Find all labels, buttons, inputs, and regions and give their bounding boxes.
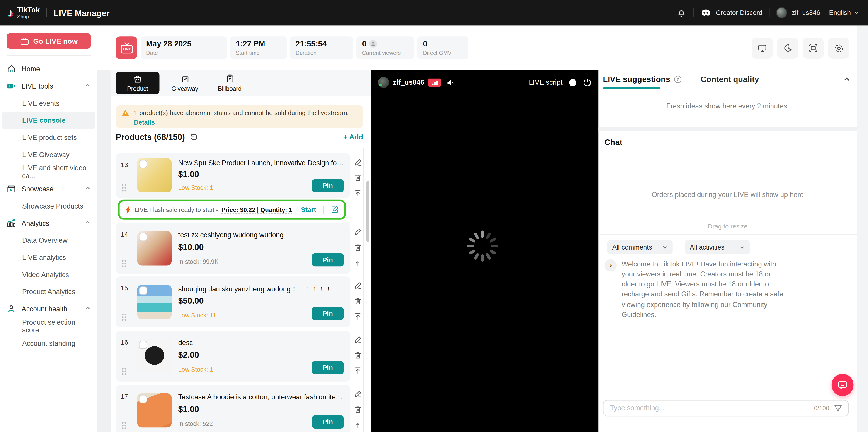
pin-button[interactable]: Pin: [312, 361, 344, 374]
go-live-button[interactable]: Go LIVE now: [7, 33, 91, 49]
sidebar-item-home[interactable]: Home: [0, 60, 97, 77]
chat-bubble-smile-icon: [837, 379, 848, 391]
product-checkbox[interactable]: [139, 395, 147, 403]
move-to-top-icon[interactable]: [353, 421, 362, 429]
page-scrollbar-track[interactable]: [857, 25, 868, 432]
tab-billboard[interactable]: Billboard: [210, 72, 249, 94]
sidebar-item-live-console[interactable]: LIVE console: [2, 112, 95, 129]
product-actions-rail: [353, 228, 362, 267]
sidebar-item-live-analytics[interactable]: LIVE analytics: [0, 249, 97, 266]
product-price: $10.00: [178, 242, 204, 252]
flash-sale-start-button[interactable]: Start: [301, 206, 316, 213]
live-script-toggle[interactable]: [569, 79, 576, 86]
muted-speaker-icon[interactable]: [446, 78, 455, 87]
sidebar-item-account-health[interactable]: Account health: [0, 300, 97, 318]
tab-product[interactable]: Product: [116, 72, 159, 94]
drag-to-resize-handle[interactable]: Drag to resize: [598, 223, 857, 229]
product-checkbox[interactable]: [139, 287, 147, 295]
delete-icon[interactable]: [353, 405, 362, 414]
user-avatar[interactable]: [776, 7, 787, 18]
fullscreen-button[interactable]: [803, 38, 824, 59]
product-index: 15: [121, 284, 128, 292]
delete-icon[interactable]: [353, 174, 362, 182]
help-circle-icon[interactable]: ?: [674, 75, 682, 83]
product-list-scrollbar[interactable]: [367, 181, 369, 242]
product-stock: Low Stock: 11: [178, 312, 216, 319]
tab-giveaway[interactable]: Giveaway: [165, 72, 204, 94]
tab-content-quality[interactable]: Content quality: [701, 75, 759, 84]
drag-handle-icon[interactable]: [122, 313, 123, 315]
delete-icon[interactable]: [353, 243, 362, 252]
chevron-down-icon[interactable]: [854, 8, 859, 18]
sidebar-item-live-short-video[interactable]: LIVE and short video ca...: [0, 163, 97, 180]
drag-handle-icon[interactable]: [122, 184, 123, 186]
creator-discord-link[interactable]: Creator Discord: [716, 9, 763, 16]
move-to-top-icon[interactable]: [353, 367, 362, 375]
drag-handle-icon[interactable]: [122, 260, 123, 262]
move-to-top-icon[interactable]: [353, 189, 362, 197]
sidebar-item-product-analytics[interactable]: Product Analytics: [0, 283, 97, 300]
pin-button[interactable]: Pin: [312, 415, 344, 429]
edit-icon[interactable]: [353, 281, 362, 290]
edit-icon[interactable]: [353, 390, 362, 398]
chat-input[interactable]: [609, 404, 809, 412]
product-price: $1.00: [178, 169, 199, 179]
drag-handle-icon[interactable]: [122, 422, 123, 424]
product-checkbox[interactable]: [139, 160, 147, 168]
comments-filter-dropdown[interactable]: All comments: [608, 240, 673, 255]
discord-icon[interactable]: [700, 9, 711, 17]
sidebar: Go LIVE now Home LIVE tools LIVE events …: [0, 25, 97, 432]
sidebar-item-showcase-products[interactable]: Showcase Products: [0, 197, 97, 214]
sidebar-item-live-events[interactable]: LIVE events: [0, 95, 97, 112]
activities-filter-dropdown[interactable]: All activities: [685, 240, 750, 255]
pin-button[interactable]: Pin: [312, 253, 344, 267]
live-tv-icon: LIVE: [119, 41, 134, 55]
move-to-top-icon[interactable]: [353, 312, 362, 321]
pin-button[interactable]: Pin: [312, 307, 344, 320]
support-chat-button[interactable]: [832, 374, 854, 396]
notification-bell-icon[interactable]: [677, 8, 686, 18]
refresh-icon[interactable]: [190, 133, 198, 141]
product-checkbox[interactable]: [139, 341, 147, 349]
language-selector[interactable]: English: [829, 9, 851, 16]
sidebar-item-analytics[interactable]: Analytics: [0, 214, 97, 232]
delete-icon[interactable]: [353, 351, 362, 360]
product-index: 17: [121, 393, 128, 400]
edit-flash-sale-icon[interactable]: [331, 206, 339, 213]
edit-icon[interactable]: [353, 228, 362, 236]
tab-live-suggestions[interactable]: LIVE suggestions ?: [603, 75, 682, 84]
delete-icon[interactable]: [353, 297, 362, 305]
page-title: LIVE Manager: [54, 8, 110, 18]
add-product-button[interactable]: + Add: [343, 133, 363, 141]
move-to-top-icon[interactable]: [353, 259, 362, 267]
sidebar-item-live-tools[interactable]: LIVE tools: [0, 77, 97, 95]
pin-button[interactable]: Pin: [312, 179, 344, 193]
sidebar-item-live-giveaway[interactable]: LIVE Giveaway: [0, 146, 97, 163]
flash-sale-detail[interactable]: Price: $0.22 | Quantity: 1: [221, 206, 292, 213]
warning-text: 1 product(s) have abnormal status and ca…: [134, 109, 349, 116]
drag-handle-icon[interactable]: [122, 368, 123, 369]
edit-icon[interactable]: [353, 158, 362, 167]
char-counter: 0/100: [814, 405, 829, 411]
product-index: 13: [121, 161, 128, 169]
dark-mode-button[interactable]: [777, 38, 798, 59]
edit-icon[interactable]: [353, 336, 362, 344]
warning-details-link[interactable]: Details: [134, 119, 155, 125]
username[interactable]: zlf_us846: [792, 9, 820, 16]
collapse-panel-icon[interactable]: [843, 75, 850, 82]
sidebar-item-account-standing[interactable]: Account standing: [0, 335, 97, 352]
send-icon[interactable]: [834, 404, 843, 412]
product-checkbox[interactable]: [139, 233, 147, 241]
sidebar-item-product-selection-score[interactable]: Product selection score: [0, 318, 97, 335]
welcome-text: Welcome to TikTok LIVE! Have fun interac…: [622, 260, 783, 320]
display-mode-button[interactable]: [752, 38, 773, 59]
power-icon[interactable]: [583, 78, 592, 87]
sidebar-item-video-analytics[interactable]: Video Analytics: [0, 266, 97, 283]
sidebar-item-showcase[interactable]: Showcase: [0, 180, 97, 197]
product-title: New Spu Skc Product Launch, Innovative D…: [178, 159, 345, 167]
sidebar-item-live-product-sets[interactable]: LIVE product sets: [0, 129, 97, 146]
tiktok-shop-logo[interactable]: ♪ TikTok Shop: [8, 6, 40, 20]
settings-button[interactable]: [828, 38, 849, 59]
product-title: desc: [178, 339, 345, 346]
sidebar-item-data-overview[interactable]: Data Overview: [0, 232, 97, 249]
